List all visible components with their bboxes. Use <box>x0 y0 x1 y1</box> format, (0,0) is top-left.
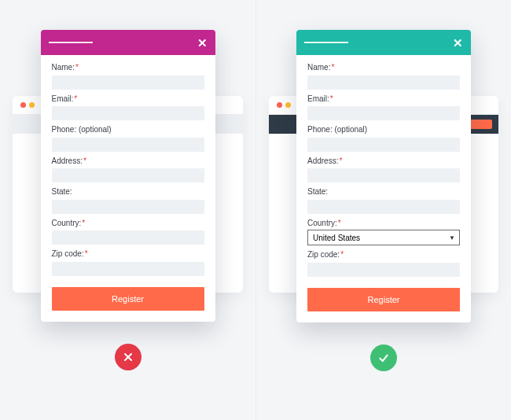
label-country: Country:* <box>307 219 460 227</box>
label-name: Name:* <box>52 63 204 72</box>
traffic-light-yellow <box>285 102 291 108</box>
field-email: Email:* <box>52 94 204 121</box>
phone-input[interactable] <box>52 138 204 152</box>
modal-body: Name:* Email:* Phone: (optional) Address… <box>296 55 471 322</box>
label-phone: Phone: (optional) <box>307 125 460 134</box>
label-zip: Zip code:* <box>52 249 204 258</box>
field-country: Country:* <box>52 219 204 245</box>
country-select[interactable]: United States <box>307 230 460 245</box>
field-name: Name:* <box>52 63 204 90</box>
modal-header: ✕ <box>296 30 471 55</box>
label-email: Email:* <box>307 94 460 103</box>
field-address: Address:* <box>307 157 460 183</box>
register-modal: ✕ Name:* Email:* Phone: (optional) Addre… <box>296 30 471 322</box>
field-zip: Zip code:* <box>307 250 460 277</box>
email-input[interactable] <box>307 106 460 120</box>
label-email: Email:* <box>52 94 204 103</box>
name-input[interactable] <box>307 76 460 90</box>
phone-input[interactable] <box>307 138 460 152</box>
label-phone: Phone: (optional) <box>52 125 204 134</box>
label-state: State: <box>52 187 204 196</box>
traffic-light-red <box>277 102 282 108</box>
label-country: Country:* <box>52 219 204 227</box>
country-input[interactable] <box>52 230 204 245</box>
field-phone: Phone: (optional) <box>307 125 460 152</box>
field-country: Country:* United States ▼ <box>307 219 460 246</box>
field-name: Name:* <box>307 63 460 90</box>
label-zip: Zip code:* <box>307 250 460 259</box>
field-address: Address:* <box>52 157 204 183</box>
country-select-wrap: United States ▼ <box>307 230 460 246</box>
header-decoration <box>49 42 93 43</box>
field-zip: Zip code:* <box>52 249 204 276</box>
email-input[interactable] <box>52 106 204 120</box>
header-decoration <box>304 42 348 43</box>
verdict-good-icon <box>370 344 397 371</box>
zip-input[interactable] <box>307 263 460 277</box>
register-modal: ✕ Name:* Email:* Phone: (optional) Addre… <box>41 30 215 322</box>
label-address: Address:* <box>307 157 460 165</box>
state-input[interactable] <box>307 200 460 214</box>
register-button[interactable]: Register <box>307 288 460 311</box>
label-name: Name:* <box>307 63 460 72</box>
traffic-light-yellow <box>29 102 35 108</box>
register-button[interactable]: Register <box>52 287 204 311</box>
field-state: State: <box>52 187 204 214</box>
example-bad: ✕ Name:* Email:* Phone: (optional) Addre… <box>0 0 256 420</box>
address-input[interactable] <box>52 168 204 182</box>
label-address: Address:* <box>52 157 204 165</box>
verdict-bad-icon <box>115 344 142 370</box>
state-input[interactable] <box>52 200 204 214</box>
traffic-light-red <box>20 102 26 108</box>
example-good: ✕ Name:* Email:* Phone: (optional) Addre… <box>256 0 511 420</box>
label-state: State: <box>307 187 460 196</box>
close-icon[interactable]: ✕ <box>197 37 208 49</box>
field-email: Email:* <box>307 94 460 121</box>
name-input[interactable] <box>52 76 204 90</box>
modal-body: Name:* Email:* Phone: (optional) Address… <box>41 55 215 322</box>
address-input[interactable] <box>307 168 460 182</box>
zip-input[interactable] <box>52 262 204 276</box>
field-phone: Phone: (optional) <box>52 125 204 152</box>
modal-header: ✕ <box>41 30 215 55</box>
field-state: State: <box>307 187 460 214</box>
close-icon[interactable]: ✕ <box>453 37 463 49</box>
